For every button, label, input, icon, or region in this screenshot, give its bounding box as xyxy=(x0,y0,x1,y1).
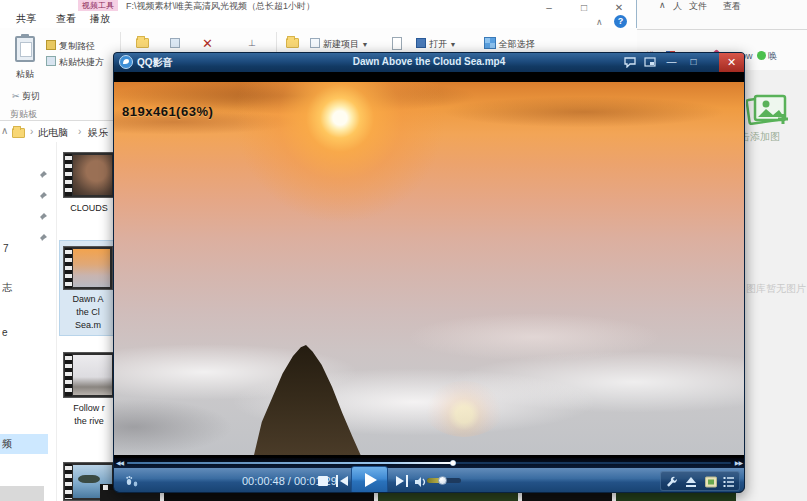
ribbon-tabs: 共享 查看 播放 xyxy=(0,9,400,28)
wechat-favicon-icon xyxy=(757,51,766,60)
nav-item-partial[interactable]: 志 xyxy=(2,281,12,295)
help-icon[interactable]: ? xyxy=(614,15,627,28)
file-name: Dawn A xyxy=(58,293,118,305)
menu-file[interactable]: 文件 xyxy=(689,0,707,13)
up-arrow-icon[interactable]: ∧ xyxy=(1,125,8,136)
new-folder-icon[interactable] xyxy=(286,38,299,49)
delete-button[interactable]: ✕ xyxy=(202,36,213,51)
video-frame: 819x461(63%) xyxy=(114,82,744,455)
gallery-empty-label: 图库暂无图片 xyxy=(746,282,807,296)
player-controls: 00:00:48 / 00:01:29 xyxy=(114,468,744,493)
explorer-close-icon[interactable]: ✕ xyxy=(611,1,627,15)
file-thumbnail-follow[interactable] xyxy=(63,352,115,398)
sun-flare xyxy=(424,381,504,437)
clipboard-group-label: 剪贴板 xyxy=(10,108,37,121)
minimize-icon[interactable]: — xyxy=(663,55,680,69)
pin-icon xyxy=(38,170,48,180)
move-to-icon[interactable] xyxy=(136,38,149,49)
file-item-selected[interactable]: Dawn A the Cl Sea.m xyxy=(59,240,115,336)
volume-icon[interactable] xyxy=(414,475,428,489)
mountain-peak xyxy=(254,345,384,455)
select-all-button[interactable]: 全部选择 xyxy=(484,37,535,51)
file-thumbnail-dawn[interactable] xyxy=(63,246,113,290)
utility-buttons xyxy=(660,471,740,491)
copy-path-icon xyxy=(46,40,56,50)
footprints-icon[interactable] xyxy=(124,473,140,489)
tab-share[interactable]: 共享 xyxy=(10,9,42,28)
pin-icon xyxy=(38,233,48,243)
copy-path-button[interactable]: 复制路径 xyxy=(46,40,95,53)
video-area[interactable]: 819x461(63%) xyxy=(114,72,744,467)
volume-knob[interactable] xyxy=(438,476,447,485)
file-name: the Cl xyxy=(58,306,118,318)
rewind-icon[interactable]: ◀◀ xyxy=(116,459,123,466)
breadcrumb-folder-icon xyxy=(12,128,25,138)
tab-play[interactable]: 播放 xyxy=(84,9,116,28)
screen: 文件 查看 ∧ 人 票排行window window 唤 点击添加图 图库暂无图… xyxy=(0,0,807,501)
player-titlebar[interactable]: QQ影音 Dawn Above the Cloud Sea.mp4 — □ ✕ xyxy=(114,53,744,72)
dropdown-arrow-icon: ▼ xyxy=(450,41,457,48)
paste-label: 粘贴 xyxy=(8,68,42,81)
play-icon xyxy=(365,473,377,487)
chevron-icon: › xyxy=(78,126,81,137)
paste-shortcut-button[interactable]: 粘贴快捷方 xyxy=(46,56,112,69)
settings-wrench-icon[interactable] xyxy=(664,475,678,489)
pin-icon xyxy=(38,191,48,201)
previous-icon[interactable] xyxy=(336,475,350,487)
collapse-ribbon-icon[interactable]: ∧ xyxy=(596,17,603,27)
seek-progress xyxy=(127,462,453,464)
clipboard-icon xyxy=(15,36,35,62)
scissors-icon: ✂ xyxy=(12,91,20,101)
breadcrumb-current[interactable]: 娱乐 xyxy=(88,126,108,140)
rename-button[interactable]: ⊥ xyxy=(248,38,256,48)
bookmark-huan[interactable]: 唤 xyxy=(768,51,777,61)
close-icon[interactable]: ✕ xyxy=(719,53,744,72)
explorer-minimize-icon[interactable]: – xyxy=(541,1,557,15)
dropdown-arrow-icon: ▼ xyxy=(362,41,369,48)
explorer-titlebar: 视频工具 F:\视频素材\唯美高清风光视频（总长超1小时） – □ ✕ 共享 查… xyxy=(0,0,636,28)
copy-to-icon[interactable] xyxy=(170,38,183,49)
file-name[interactable]: CLOUDS xyxy=(59,202,119,214)
forward-icon[interactable]: ▶▶ xyxy=(735,459,742,466)
volume-slider[interactable] xyxy=(427,478,461,483)
screenshot-image-icon[interactable] xyxy=(704,475,718,489)
play-button[interactable] xyxy=(351,466,388,493)
user-icon: 人 xyxy=(673,0,682,13)
new-item-icon xyxy=(310,38,320,48)
delete-x-icon: ✕ xyxy=(202,36,213,51)
seek-thumb[interactable] xyxy=(450,460,456,466)
select-all-icon xyxy=(484,37,496,49)
file-name[interactable]: Follow r xyxy=(59,402,119,414)
feedback-bubble-icon[interactable] xyxy=(621,55,638,69)
eject-open-file-icon[interactable] xyxy=(684,475,698,489)
divider xyxy=(637,29,807,30)
file-list: CLOUDS Dawn A the Cl Sea.m Follow r the … xyxy=(56,142,114,501)
next-icon[interactable] xyxy=(396,475,410,487)
nav-item-partial[interactable]: 7 xyxy=(3,243,9,254)
nav-scrollbar[interactable] xyxy=(0,486,44,501)
maximize-icon[interactable]: □ xyxy=(685,55,702,69)
open-button[interactable]: 打开 ▼ xyxy=(416,38,456,51)
new-item-button[interactable]: 新建项目 ▼ xyxy=(310,38,368,51)
menu-view[interactable]: 查看 xyxy=(723,0,741,13)
paste-shortcut-icon xyxy=(46,56,56,66)
file-thumbnail-clouds[interactable] xyxy=(63,152,115,198)
properties-icon[interactable] xyxy=(392,37,402,50)
stop-icon[interactable] xyxy=(318,476,328,486)
explorer-maximize-icon[interactable]: □ xyxy=(576,1,592,15)
file-name[interactable]: the rive xyxy=(59,415,119,427)
playlist-icon[interactable] xyxy=(722,475,736,489)
nav-item-selected[interactable]: 频 xyxy=(0,434,48,454)
mini-mode-icon[interactable] xyxy=(641,55,658,69)
nav-item-partial[interactable]: e xyxy=(2,327,8,338)
pin-icon xyxy=(38,212,48,222)
collapse-icon[interactable]: ∧ xyxy=(659,0,666,10)
tab-view[interactable]: 查看 xyxy=(50,9,82,28)
breadcrumb-this-pc[interactable]: 此电脑 xyxy=(38,126,68,140)
file-name: Sea.m xyxy=(58,319,118,331)
seek-bar-row: ◀◀ ▶▶ xyxy=(114,458,744,468)
seek-track[interactable] xyxy=(127,462,731,464)
qq-player-window: QQ影音 Dawn Above the Cloud Sea.mp4 — □ ✕ … xyxy=(113,52,745,493)
add-image-icon[interactable] xyxy=(746,90,792,128)
cut-button[interactable]: ✂ 剪切 xyxy=(12,90,40,103)
